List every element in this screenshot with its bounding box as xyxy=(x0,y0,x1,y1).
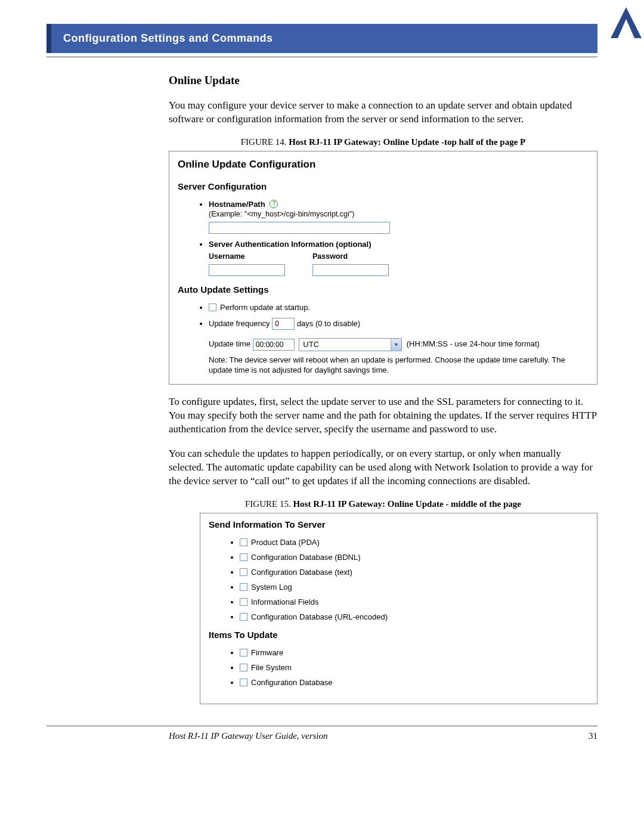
ss1-title: Online Update Configuration xyxy=(178,159,589,171)
send-info-list: Product Data (PDA) Configuration Databas… xyxy=(209,538,589,621)
brand-logo xyxy=(608,5,644,41)
frequency-label-post: days (0 to disable) xyxy=(297,319,360,328)
figure-15-caption: FIGURE 15. Host RJ-11 IP Gateway: Online… xyxy=(169,499,597,509)
list-item: Product Data (PDA) xyxy=(240,538,589,547)
page-footer: Host RJ-11 IP Gateway User Guide, versio… xyxy=(47,731,597,741)
startup-item: Perform update at startup. xyxy=(209,303,589,312)
checkbox[interactable] xyxy=(240,649,247,657)
auth-item: Server Authentication Information (optio… xyxy=(209,240,589,276)
update-time-note: Note: The device server will reboot when… xyxy=(209,355,589,376)
update-time-label: Update time xyxy=(209,339,250,348)
checkbox[interactable] xyxy=(240,538,247,546)
list-item: Configuration Database (URL-encoded) xyxy=(240,612,589,621)
footer-guide-title: Host RJ-11 IP Gateway User Guide, versio… xyxy=(169,731,327,741)
checkbox[interactable] xyxy=(240,598,247,606)
hostname-example: (Example: "<my_host>/cgi-bin/myscript.cg… xyxy=(209,210,589,218)
list-item: File System xyxy=(240,663,589,672)
list-item: Configuration Database (BDNL) xyxy=(240,553,589,562)
time-format-hint: (HH:MM:SS - use 24-hour time format) xyxy=(407,339,540,348)
username-input[interactable] xyxy=(209,264,285,276)
checkbox[interactable] xyxy=(240,613,247,621)
ss1-server-config-heading: Server Configuration xyxy=(178,181,589,191)
hostname-label: Hostname/Path xyxy=(209,200,265,209)
figure-14-label: FIGURE 14. xyxy=(241,137,289,147)
auth-heading: Server Authentication Information (optio… xyxy=(209,240,371,249)
figure-14-screenshot: Online Update Configuration Server Confi… xyxy=(169,151,597,385)
checkbox[interactable] xyxy=(240,679,247,686)
timezone-value: UTC xyxy=(299,340,391,349)
header-rule xyxy=(47,57,597,57)
list-item: Configuration Database xyxy=(240,678,589,687)
list-item: Firmware xyxy=(240,648,589,657)
footer-rule xyxy=(47,726,597,726)
ss2-update-heading: Items To Update xyxy=(209,630,589,640)
footer-page-number: 31 xyxy=(589,731,597,741)
password-input[interactable] xyxy=(312,264,389,276)
startup-label: Perform update at startup. xyxy=(220,303,310,312)
figure-15-screenshot: Send Information To Server Product Data … xyxy=(200,513,597,704)
section-heading: Online Update xyxy=(169,74,597,87)
startup-checkbox[interactable] xyxy=(209,304,216,311)
ss2-send-heading: Send Information To Server xyxy=(209,519,589,529)
figure-15-title: Host RJ-11 IP Gateway: Online Update - m… xyxy=(293,499,521,509)
checkbox[interactable] xyxy=(240,583,247,591)
figure-14-caption: FIGURE 14. Host RJ-11 IP Gateway: Online… xyxy=(169,137,597,147)
frequency-label-pre: Update frequency xyxy=(209,319,270,328)
list-item: Informational Fields xyxy=(240,597,589,606)
list-item: Configuration Database (text) xyxy=(240,568,589,577)
ss1-auto-heading: Auto Update Settings xyxy=(178,284,589,295)
hostname-item: Hostname/Path ? (Example: "<my_host>/cgi… xyxy=(209,200,589,234)
chevron-down-icon: ▾ xyxy=(391,339,401,351)
timezone-select[interactable]: UTC ▾ xyxy=(299,338,402,351)
chapter-header-title: Configuration Settings and Commands xyxy=(63,32,273,44)
update-time-input[interactable] xyxy=(253,339,295,351)
checkbox[interactable] xyxy=(240,553,247,561)
list-item: System Log xyxy=(240,583,589,592)
frequency-item: Update frequency days (0 to disable) xyxy=(209,318,589,330)
intro-paragraph: You may configure your device server to … xyxy=(169,99,597,126)
frequency-input[interactable] xyxy=(272,318,295,330)
items-to-update-list: Firmware File System Configuration Datab… xyxy=(209,648,589,687)
help-icon[interactable]: ? xyxy=(270,200,278,208)
schedule-paragraph: You can schedule the updates to happen p… xyxy=(169,447,597,488)
checkbox[interactable] xyxy=(240,568,247,576)
figure-14-title: Host RJ-11 IP Gateway: Online Update -to… xyxy=(289,137,525,147)
figure-15-label: FIGURE 15. xyxy=(245,499,293,509)
username-label: Username xyxy=(209,252,285,261)
config-paragraph: To configure updates, first, select the … xyxy=(169,395,597,436)
password-label: Password xyxy=(312,252,389,261)
hostname-input[interactable] xyxy=(209,222,390,234)
checkbox[interactable] xyxy=(240,664,247,671)
chapter-header-bar: Configuration Settings and Commands xyxy=(47,24,597,53)
